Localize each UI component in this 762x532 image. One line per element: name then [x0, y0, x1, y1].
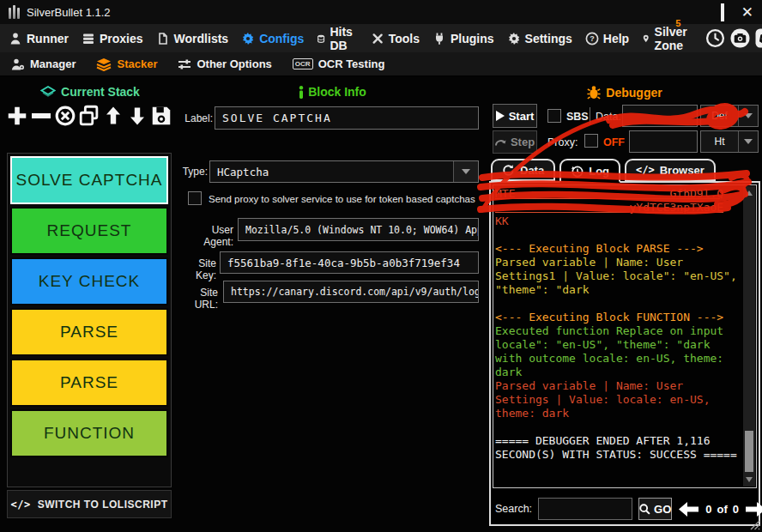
- title-bar: SilverBullet 1.1.2 ✕: [0, 0, 762, 24]
- tab-browser[interactable]: </> Browser: [625, 159, 716, 181]
- history-icon[interactable]: [705, 28, 725, 48]
- scroll-up-icon[interactable]: [746, 190, 753, 196]
- configs-icon: [241, 32, 255, 45]
- proxy-type-combo[interactable]: Ht: [700, 130, 759, 153]
- divider: [590, 107, 590, 124]
- debugger-header: Debugger: [489, 85, 760, 100]
- duplicate-block-icon[interactable]: [77, 101, 101, 130]
- runner-icon: [9, 32, 22, 45]
- resize-grip[interactable]: [749, 519, 760, 530]
- step-button[interactable]: Step: [493, 130, 537, 154]
- menu-item-plugins[interactable]: Plugins: [432, 32, 494, 45]
- data-input[interactable]: [622, 105, 698, 127]
- send-proxy-checkbox[interactable]: [188, 191, 202, 205]
- site-key-caption: Site Key:: [178, 257, 216, 281]
- search-input[interactable]: [538, 498, 632, 520]
- prev-result-icon[interactable]: [678, 501, 699, 517]
- layers-diamond-icon: [40, 86, 56, 98]
- type-select[interactable]: HCaptcha: [209, 160, 479, 183]
- main-menu: Runner Proxies Wordlists Configs Hits DB…: [0, 24, 762, 52]
- submenu-item-manager[interactable]: Manager: [10, 57, 76, 71]
- menu-item-wordlists[interactable]: Wordlists: [156, 32, 229, 45]
- menu-item-silver-zone[interactable]: Silver Zone 5: [642, 25, 692, 52]
- user-agent-caption: User Agent:: [180, 224, 233, 248]
- stack-panel: SOLVE CAPTCHA REQUEST KEY CHECK PARSE PA…: [7, 153, 172, 487]
- close-button[interactable]: ✕: [741, 6, 753, 19]
- menu-item-hits-db[interactable]: Hits DB: [317, 25, 357, 52]
- label-input[interactable]: SOLVE CAPTCHA: [215, 106, 479, 130]
- manager-icon: [10, 57, 25, 71]
- step-arrow-icon: [495, 137, 506, 147]
- proxy-label: Proxy:: [547, 136, 578, 148]
- bug-icon: [587, 85, 601, 100]
- window-title: SilverBullet 1.1.2: [27, 6, 111, 19]
- next-result-icon[interactable]: [745, 501, 762, 517]
- hits-db-icon: [317, 32, 325, 45]
- type-dropdown-arrow[interactable]: [453, 161, 478, 182]
- code-icon: </>: [11, 499, 31, 511]
- stack-block-parse-2[interactable]: PARSE: [10, 359, 168, 407]
- search-go-button[interactable]: GO: [638, 498, 672, 520]
- silverbullet-window: SilverBullet 1.1.2 ✕ Runner Proxies Word…: [0, 0, 762, 532]
- proxy-checkbox[interactable]: [584, 134, 598, 148]
- site-url-input[interactable]: https://canary.discord.com/api/v9/auth/l…: [223, 281, 479, 303]
- search-icon: [639, 504, 650, 515]
- stack-block-request[interactable]: REQUEST: [10, 207, 168, 255]
- data-type-combo[interactable]: Def: [700, 105, 759, 127]
- wordlists-icon: [156, 32, 170, 45]
- ocr-icon: OCR: [293, 58, 313, 70]
- config-sub-menu: Manager Stacker Other Options OCR OCR Te…: [0, 52, 762, 76]
- stack-block-key-check[interactable]: KEY CHECK: [10, 257, 168, 305]
- menu-item-help[interactable]: ? Help: [585, 32, 629, 45]
- menu-item-tools[interactable]: Tools: [371, 32, 420, 45]
- stack-block-function[interactable]: FUNCTION: [10, 409, 168, 457]
- tab-log[interactable]: Log: [559, 159, 620, 183]
- sbs-checkbox[interactable]: [547, 109, 561, 123]
- remove-block-icon[interactable]: [29, 101, 53, 130]
- silver-zone-badge: 5: [675, 18, 680, 28]
- proxy-state: OFF: [603, 136, 625, 148]
- settings-icon: [507, 32, 521, 45]
- plugins-icon: [432, 32, 446, 45]
- svg-text:?: ?: [590, 34, 595, 43]
- send-proxy-label: Send proxy to solver service to use for …: [209, 194, 475, 204]
- log-scrollbar[interactable]: [743, 186, 755, 487]
- play-icon: [496, 111, 505, 121]
- stack-block-parse-1[interactable]: PARSE: [10, 308, 168, 356]
- proxy-input[interactable]: [629, 130, 698, 153]
- stack-toolbar: [5, 100, 177, 132]
- move-up-icon[interactable]: [101, 101, 125, 130]
- menu-item-runner[interactable]: Runner: [9, 32, 69, 45]
- add-block-icon[interactable]: [5, 101, 29, 130]
- info-icon: [299, 86, 304, 99]
- save-config-icon[interactable]: [149, 101, 173, 130]
- site-key-input[interactable]: f5561ba9-8f1e-40ca-9b5b-a0b3f719ef34: [220, 251, 479, 274]
- submenu-item-other-options[interactable]: Other Options: [178, 57, 271, 71]
- camera-icon[interactable]: [730, 28, 750, 48]
- switch-to-loliscript-button[interactable]: </> SWITCH TO LOLISCRIPT: [7, 490, 172, 518]
- scroll-down-icon[interactable]: [746, 477, 753, 482]
- tab-data[interactable]: Data: [491, 159, 555, 181]
- maximize-button[interactable]: [721, 6, 724, 19]
- proxy-type-dropdown-arrow[interactable]: [738, 131, 758, 152]
- scrollbar-thumb[interactable]: [745, 431, 753, 472]
- clear-stack-icon[interactable]: [53, 101, 77, 130]
- data-label: Data:: [596, 111, 621, 123]
- silver-zone-icon: [642, 32, 650, 45]
- submenu-item-stacker[interactable]: Stacker: [96, 57, 157, 71]
- proxies-icon: [82, 32, 95, 45]
- refresh-icon: [502, 164, 515, 177]
- move-down-icon[interactable]: [125, 101, 149, 130]
- discord-icon[interactable]: [755, 28, 762, 48]
- menu-item-settings[interactable]: Settings: [507, 32, 572, 45]
- log-search-bar: Search: GO 0 of 0: [493, 495, 757, 523]
- data-type-dropdown-arrow[interactable]: [738, 106, 758, 126]
- submenu-item-ocr-testing[interactable]: OCR OCR Testing: [293, 57, 385, 70]
- stack-block-solve-captcha[interactable]: SOLVE CAPTCHA: [10, 156, 168, 204]
- menu-item-proxies[interactable]: Proxies: [82, 32, 143, 45]
- start-button[interactable]: Start: [493, 104, 537, 128]
- menu-item-configs[interactable]: Configs: [241, 32, 304, 45]
- user-agent-input[interactable]: Mozilla/5.0 (Windows NT 10.0; WOW64) App…: [238, 218, 479, 241]
- log-viewer: MTE GfhD9l.Q yYdTCE3npTXaoEKK <--- Execu…: [493, 184, 757, 488]
- log-content: MTE GfhD9l.Q yYdTCE3npTXaoEKK <--- Execu…: [495, 187, 742, 486]
